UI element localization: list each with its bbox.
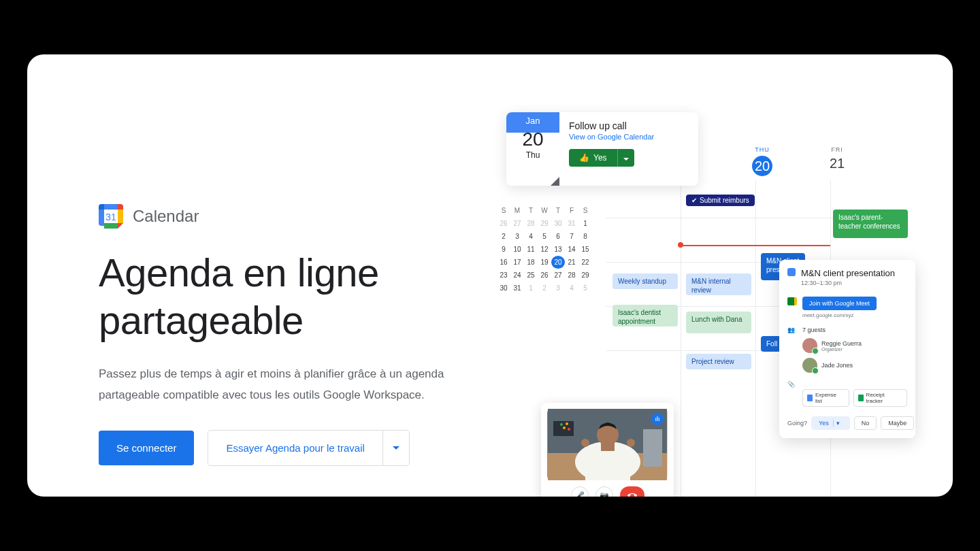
popover-yes-button[interactable]: 👍Yes: [569, 149, 617, 167]
mini-cal-day[interactable]: 23: [497, 269, 510, 282]
mini-cal-day[interactable]: 7: [565, 230, 578, 243]
chevron-down-icon: [623, 158, 629, 161]
mini-cal-day[interactable]: 4: [524, 230, 538, 243]
svg-text:31: 31: [105, 212, 116, 222]
mini-cal-header: S: [497, 204, 510, 217]
mini-calendar[interactable]: SMTWTFS262728293031123456789101112131415…: [497, 204, 592, 295]
event-label: Foll: [766, 340, 777, 348]
mini-cal-day[interactable]: 18: [524, 256, 538, 269]
guest-name: Reggie Guerra: [821, 340, 862, 347]
popover-title: Follow up call: [569, 120, 689, 131]
mini-cal-day[interactable]: 31: [510, 282, 524, 295]
mini-cal-day[interactable]: 4: [565, 282, 578, 295]
popover-dow: Thu: [506, 150, 559, 160]
mini-cal-day[interactable]: 28: [565, 269, 578, 282]
week-day-thu[interactable]: THU 20: [749, 146, 776, 176]
rsvp-yes-button[interactable]: Yes▾: [811, 416, 850, 430]
mini-cal-day[interactable]: 28: [524, 217, 538, 230]
camera-button[interactable]: 📷: [595, 486, 613, 497]
mini-cal-day[interactable]: 1: [524, 282, 538, 295]
mini-cal-day[interactable]: 29: [578, 269, 592, 282]
svg-point-8: [568, 428, 570, 431]
rsvp-no-button[interactable]: No: [854, 416, 877, 430]
guest-item[interactable]: Jade Jones: [802, 358, 907, 373]
mic-button[interactable]: 🎤: [571, 486, 589, 497]
mini-cal-day[interactable]: 3: [510, 230, 524, 243]
mini-cal-day[interactable]: 2: [538, 282, 551, 295]
try-dropdown-button[interactable]: [382, 431, 409, 465]
mini-cal-day[interactable]: 25: [524, 269, 538, 282]
sign-in-button[interactable]: Se connecter: [99, 431, 194, 465]
guest-role: Organizer: [821, 347, 862, 352]
mini-cal-day[interactable]: 2: [497, 230, 510, 243]
hero-section: 31 Calendar Agenda en ligne partageable …: [99, 204, 480, 466]
mini-cal-day[interactable]: 24: [510, 269, 524, 282]
join-meet-button[interactable]: Join with Google Meet: [802, 297, 877, 310]
mini-cal-day[interactable]: 17: [510, 256, 524, 269]
attachment-name: Receipt tracker: [866, 392, 902, 404]
popover-month: Jan: [506, 112, 559, 126]
try-for-work-button[interactable]: Essayer Agenda pour le travail: [208, 431, 382, 465]
mini-cal-header: F: [565, 204, 578, 217]
mini-cal-day[interactable]: 30: [497, 282, 510, 295]
attachment-chip[interactable]: Receipt tracker: [853, 389, 907, 407]
mini-cal-day[interactable]: 1: [578, 217, 592, 230]
weekday-label: FRI: [823, 146, 851, 153]
mini-cal-day[interactable]: 26: [497, 217, 510, 230]
svg-point-9: [560, 423, 563, 426]
mini-cal-day[interactable]: 11: [524, 243, 538, 256]
week-day-fri[interactable]: FRI 21: [823, 146, 851, 176]
mini-cal-day[interactable]: 31: [565, 217, 578, 230]
event-lunch[interactable]: Lunch with Dana: [686, 312, 751, 333]
event-project-review[interactable]: Project review: [686, 354, 751, 369]
guest-item[interactable]: Reggie GuerraOrganizer: [802, 338, 907, 353]
yes-label: Yes: [593, 153, 607, 163]
rsvp-label: Yes: [819, 420, 829, 427]
mini-cal-day[interactable]: 15: [578, 243, 592, 256]
video-call-card: ılı 🎤 📷: [541, 403, 674, 497]
mini-cal-day[interactable]: 14: [565, 243, 578, 256]
mini-cal-day[interactable]: 21: [565, 256, 578, 269]
svg-point-6: [566, 422, 568, 425]
attachment-chip[interactable]: Expense list: [802, 389, 849, 407]
attachment-name: Expense list: [815, 392, 845, 404]
popover-yes-dropdown[interactable]: [617, 149, 634, 167]
mini-cal-day[interactable]: 13: [551, 243, 565, 256]
event-followup[interactable]: Foll: [761, 336, 781, 352]
event-label: Submit reimburs: [700, 197, 749, 204]
chevron-down-icon: [393, 446, 399, 450]
event-mn-internal[interactable]: M&N internal review: [686, 273, 751, 295]
mini-cal-day[interactable]: 26: [538, 269, 551, 282]
color-swatch-icon: [787, 268, 796, 276]
mini-cal-day[interactable]: 6: [551, 230, 565, 243]
event-detail-title: M&N client presentation: [801, 268, 895, 278]
mini-cal-day[interactable]: 27: [510, 217, 524, 230]
mini-cal-day[interactable]: 16: [497, 256, 510, 269]
weekday-number: 21: [823, 156, 851, 171]
product-logo: 31 Calendar: [99, 204, 480, 229]
event-submit-reimburs[interactable]: ✔Submit reimburs: [686, 195, 755, 206]
mini-cal-day[interactable]: 8: [578, 230, 592, 243]
event-weekly-standup[interactable]: Weekly standup: [612, 273, 678, 289]
mini-cal-day[interactable]: 12: [538, 243, 551, 256]
mini-cal-day[interactable]: 20: [551, 256, 565, 269]
mini-cal-day[interactable]: 10: [510, 243, 524, 256]
mini-cal-header: W: [538, 204, 551, 217]
mini-cal-day[interactable]: 22: [578, 256, 592, 269]
event-dentist[interactable]: Isaac's dentist appointment: [612, 305, 678, 327]
audio-active-icon: ılı: [651, 413, 664, 425]
event-parent-teacher[interactable]: Isaac's parent-teacher conferences: [833, 210, 908, 238]
mini-cal-day[interactable]: 30: [551, 217, 565, 230]
mini-cal-day[interactable]: 5: [578, 282, 592, 295]
try-button-group: Essayer Agenda pour le travail: [208, 430, 409, 466]
hangup-button[interactable]: [620, 486, 644, 497]
mini-cal-day[interactable]: 27: [551, 269, 565, 282]
mini-cal-day[interactable]: 29: [538, 217, 551, 230]
popover-view-link[interactable]: View on Google Calendar: [569, 133, 689, 141]
mini-cal-day[interactable]: 3: [551, 282, 565, 295]
mini-cal-day[interactable]: 9: [497, 243, 510, 256]
hero-subtitle: Passez plus de temps à agir et moins à p…: [99, 364, 466, 405]
rsvp-maybe-button[interactable]: Maybe: [881, 416, 914, 430]
mini-cal-day[interactable]: 5: [538, 230, 551, 243]
mini-cal-day[interactable]: 19: [538, 256, 551, 269]
